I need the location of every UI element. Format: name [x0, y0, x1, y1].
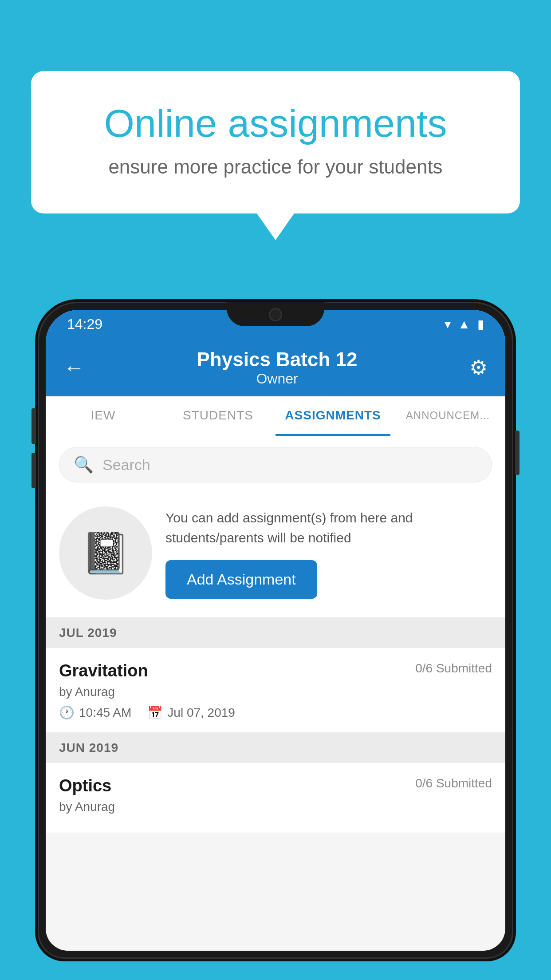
speech-bubble-title: Online assignments [67, 102, 484, 145]
settings-button[interactable]: ⚙ [469, 356, 488, 379]
promo-content: You can add assignment(s) from here and … [165, 508, 492, 599]
promo-icon-circle: 📓 [59, 506, 152, 600]
assignment-by-gravitation: by Anurag [59, 685, 492, 699]
search-placeholder: Search [102, 456, 150, 474]
assignment-gravitation[interactable]: Gravitation 0/6 Submitted by Anurag 🕐 10… [46, 648, 505, 733]
tab-announcements[interactable]: ANNOUNCEM... [390, 396, 505, 436]
wifi-icon: ▾ [445, 317, 451, 332]
assignment-name-optics: Optics [59, 776, 111, 795]
search-icon: 🔍 [74, 455, 94, 474]
volume-up-button [31, 408, 36, 444]
header-subtitle: Owner [85, 371, 469, 387]
phone-outer: 14:29 ▾ ▲ ▮ ← Physics Batch 12 Owner ⚙ I… [38, 302, 513, 959]
tab-overview[interactable]: IEW [46, 396, 161, 436]
assignment-submitted-optics: 0/6 Submitted [415, 776, 492, 790]
assignment-submitted-gravitation: 0/6 Submitted [415, 661, 492, 676]
power-button [515, 431, 520, 475]
promo-section: 📓 You can add assignment(s) from here an… [46, 493, 505, 618]
notebook-icon: 📓 [81, 530, 130, 577]
add-assignment-button[interactable]: Add Assignment [165, 560, 317, 599]
clock-icon: 🕐 [59, 705, 75, 720]
assignment-optics[interactable]: Optics 0/6 Submitted by Anurag [46, 763, 505, 833]
battery-icon: ▮ [477, 317, 484, 332]
app-header: ← Physics Batch 12 Owner ⚙ [46, 339, 505, 396]
signal-icon: ▲ [458, 317, 470, 332]
assignment-row-top-optics: Optics 0/6 Submitted [59, 776, 492, 795]
status-time: 14:29 [67, 316, 102, 332]
status-icons: ▾ ▲ ▮ [445, 317, 484, 332]
tabs-bar: IEW STUDENTS ASSIGNMENTS ANNOUNCEM... [46, 396, 505, 436]
calendar-icon: 📅 [147, 705, 163, 720]
search-box[interactable]: 🔍 Search [59, 447, 492, 482]
phone-container: 14:29 ▾ ▲ ▮ ← Physics Batch 12 Owner ⚙ I… [38, 302, 513, 980]
assignment-date-gravitation: 📅 Jul 07, 2019 [147, 705, 235, 720]
tab-students[interactable]: STUDENTS [161, 396, 276, 436]
section-jul-2019: JUL 2019 [46, 618, 505, 648]
assignment-time-text: 10:45 AM [79, 706, 131, 720]
promo-description: You can add assignment(s) from here and … [165, 508, 492, 548]
speech-bubble-arrow [257, 213, 294, 240]
speech-bubble-container: Online assignments ensure more practice … [31, 71, 520, 240]
assignment-name-gravitation: Gravitation [59, 661, 148, 680]
tab-assignments[interactable]: ASSIGNMENTS [276, 396, 390, 436]
assignment-time-gravitation: 🕐 10:45 AM [59, 705, 131, 720]
header-title-group: Physics Batch 12 Owner [85, 348, 469, 387]
speech-bubble-subtitle: ensure more practice for your students [67, 156, 484, 178]
assignment-date-text: Jul 07, 2019 [167, 706, 235, 720]
speech-bubble: Online assignments ensure more practice … [31, 71, 520, 213]
phone-screen: 14:29 ▾ ▲ ▮ ← Physics Batch 12 Owner ⚙ I… [46, 310, 505, 951]
search-container: 🔍 Search [46, 436, 505, 493]
front-camera [269, 308, 282, 321]
phone-notch [227, 302, 324, 326]
assignment-by-optics: by Anurag [59, 800, 492, 814]
header-title: Physics Batch 12 [85, 348, 469, 371]
assignment-row-top: Gravitation 0/6 Submitted [59, 661, 492, 680]
volume-down-button [31, 453, 36, 488]
section-jun-2019: JUN 2019 [46, 733, 505, 763]
back-button[interactable]: ← [63, 356, 85, 380]
assignment-meta-gravitation: 🕐 10:45 AM 📅 Jul 07, 2019 [59, 705, 492, 720]
content-area: 🔍 Search 📓 You can add assignment(s) fro… [46, 436, 505, 833]
